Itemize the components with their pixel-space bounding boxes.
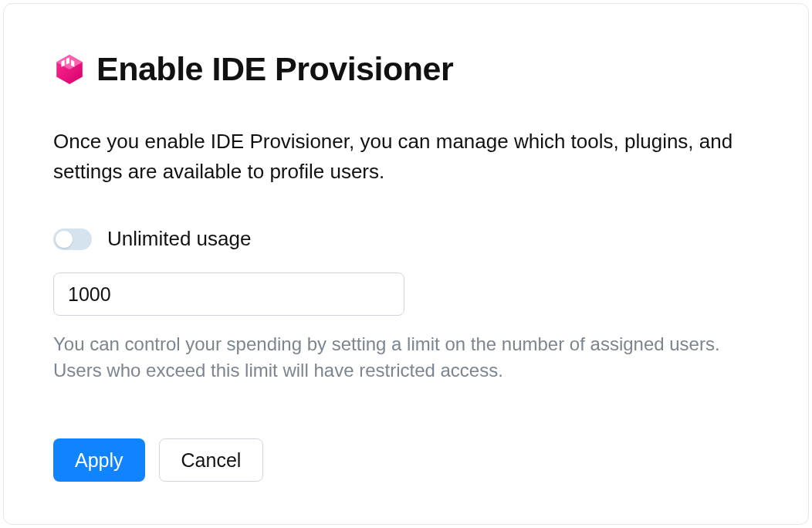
unlimited-usage-label: Unlimited usage: [107, 227, 251, 251]
limit-input-wrap: [53, 272, 759, 316]
limit-help-text: You can control your spending by setting…: [53, 331, 759, 383]
enable-ide-provisioner-panel: Enable IDE Provisioner Once you enable I…: [3, 3, 809, 525]
apply-button[interactable]: Apply: [53, 438, 145, 482]
user-limit-input[interactable]: [53, 272, 404, 316]
toggle-knob: [56, 231, 73, 248]
unlimited-usage-toggle[interactable]: [53, 228, 92, 250]
button-row: Apply Cancel: [53, 438, 759, 482]
description-text: Once you enable IDE Provisioner, you can…: [53, 127, 748, 187]
toolbox-icon: [53, 53, 86, 86]
unlimited-usage-row: Unlimited usage: [53, 227, 759, 251]
page-title: Enable IDE Provisioner: [96, 50, 453, 88]
cancel-button[interactable]: Cancel: [159, 438, 264, 482]
panel-header: Enable IDE Provisioner: [53, 50, 759, 88]
